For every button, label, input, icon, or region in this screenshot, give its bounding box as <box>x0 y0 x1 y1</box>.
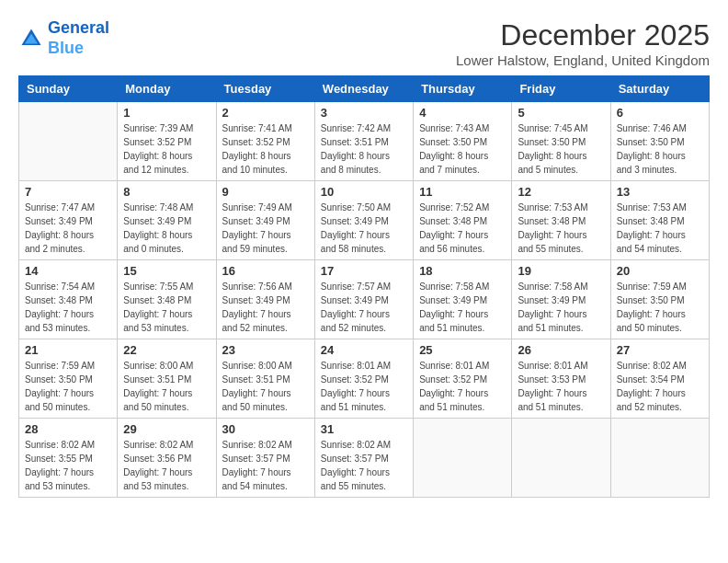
day-number: 1 <box>123 106 210 120</box>
day-number: 19 <box>518 264 604 278</box>
day-number: 30 <box>222 422 309 436</box>
title-area: December 2025 Lower Halstow, England, Un… <box>456 18 710 68</box>
day-info: Sunrise: 8:02 AMSunset: 3:57 PMDaylight:… <box>321 438 407 493</box>
calendar-cell: 10Sunrise: 7:50 AMSunset: 3:49 PMDayligh… <box>314 181 413 260</box>
calendar-cell: 17Sunrise: 7:57 AMSunset: 3:49 PMDayligh… <box>314 260 413 339</box>
day-number: 14 <box>25 264 111 278</box>
calendar-cell: 16Sunrise: 7:56 AMSunset: 3:49 PMDayligh… <box>216 260 314 339</box>
calendar-cell: 9Sunrise: 7:49 AMSunset: 3:49 PMDaylight… <box>216 181 314 260</box>
day-info: Sunrise: 7:39 AMSunset: 3:52 PMDaylight:… <box>123 121 210 177</box>
calendar-cell: 24Sunrise: 8:01 AMSunset: 3:52 PMDayligh… <box>314 339 413 419</box>
calendar-cell: 26Sunrise: 8:01 AMSunset: 3:53 PMDayligh… <box>512 339 610 419</box>
day-number: 11 <box>419 185 506 199</box>
day-info: Sunrise: 7:50 AMSunset: 3:49 PMDaylight:… <box>321 201 407 256</box>
day-info: Sunrise: 7:41 AMSunset: 3:52 PMDaylight:… <box>222 121 309 177</box>
logo-blue: Blue <box>48 39 109 59</box>
day-info: Sunrise: 7:53 AMSunset: 3:48 PMDaylight:… <box>617 201 703 256</box>
day-info: Sunrise: 7:58 AMSunset: 3:49 PMDaylight:… <box>419 280 506 335</box>
calendar-week-row: 7Sunrise: 7:47 AMSunset: 3:49 PMDaylight… <box>19 181 710 260</box>
weekday-header-friday: Friday <box>512 76 610 102</box>
calendar-cell: 22Sunrise: 8:00 AMSunset: 3:51 PMDayligh… <box>118 339 216 419</box>
calendar-cell: 2Sunrise: 7:41 AMSunset: 3:52 PMDaylight… <box>216 102 314 181</box>
calendar-table: SundayMondayTuesdayWednesdayThursdayFrid… <box>18 75 710 498</box>
calendar-cell: 5Sunrise: 7:45 AMSunset: 3:50 PMDaylight… <box>512 102 610 181</box>
day-info: Sunrise: 7:46 AMSunset: 3:50 PMDaylight:… <box>617 121 703 177</box>
calendar-cell <box>414 419 512 498</box>
calendar-cell: 25Sunrise: 8:01 AMSunset: 3:52 PMDayligh… <box>414 339 512 419</box>
day-info: Sunrise: 7:53 AMSunset: 3:48 PMDaylight:… <box>518 201 604 256</box>
calendar-cell: 15Sunrise: 7:55 AMSunset: 3:48 PMDayligh… <box>118 260 216 339</box>
day-number: 13 <box>617 185 703 199</box>
weekday-header-monday: Monday <box>118 76 216 102</box>
day-number: 27 <box>617 343 703 357</box>
calendar-cell: 12Sunrise: 7:53 AMSunset: 3:48 PMDayligh… <box>512 181 610 260</box>
calendar-cell: 29Sunrise: 8:02 AMSunset: 3:56 PMDayligh… <box>118 419 216 498</box>
day-info: Sunrise: 8:02 AMSunset: 3:57 PMDaylight:… <box>222 438 309 493</box>
day-number: 9 <box>222 185 309 199</box>
calendar-cell: 28Sunrise: 8:02 AMSunset: 3:55 PMDayligh… <box>19 419 118 498</box>
day-info: Sunrise: 7:52 AMSunset: 3:48 PMDaylight:… <box>419 201 506 256</box>
day-number: 7 <box>25 185 111 199</box>
day-info: Sunrise: 8:02 AMSunset: 3:54 PMDaylight:… <box>617 359 703 414</box>
logo: General Blue <box>18 18 109 58</box>
day-info: Sunrise: 8:01 AMSunset: 3:53 PMDaylight:… <box>518 359 604 414</box>
calendar-cell: 7Sunrise: 7:47 AMSunset: 3:49 PMDaylight… <box>19 181 118 260</box>
calendar-cell: 11Sunrise: 7:52 AMSunset: 3:48 PMDayligh… <box>414 181 512 260</box>
weekday-header-saturday: Saturday <box>610 76 709 102</box>
calendar-cell <box>512 419 610 498</box>
calendar-week-row: 28Sunrise: 8:02 AMSunset: 3:55 PMDayligh… <box>19 419 710 498</box>
day-info: Sunrise: 7:42 AMSunset: 3:51 PMDaylight:… <box>321 121 407 177</box>
day-number: 26 <box>518 343 604 357</box>
logo-general: General <box>48 18 109 37</box>
calendar-cell: 20Sunrise: 7:59 AMSunset: 3:50 PMDayligh… <box>610 260 709 339</box>
calendar-cell: 4Sunrise: 7:43 AMSunset: 3:50 PMDaylight… <box>414 102 512 181</box>
calendar-cell <box>19 102 118 181</box>
calendar-cell: 21Sunrise: 7:59 AMSunset: 3:50 PMDayligh… <box>19 339 118 419</box>
day-number: 8 <box>123 185 210 199</box>
calendar-cell: 14Sunrise: 7:54 AMSunset: 3:48 PMDayligh… <box>19 260 118 339</box>
calendar-cell: 23Sunrise: 8:00 AMSunset: 3:51 PMDayligh… <box>216 339 314 419</box>
day-number: 22 <box>123 343 210 357</box>
calendar-cell: 13Sunrise: 7:53 AMSunset: 3:48 PMDayligh… <box>610 181 709 260</box>
day-number: 17 <box>321 264 407 278</box>
weekday-header-tuesday: Tuesday <box>216 76 314 102</box>
day-number: 4 <box>419 106 506 120</box>
day-info: Sunrise: 7:43 AMSunset: 3:50 PMDaylight:… <box>419 121 506 177</box>
location-subtitle: Lower Halstow, England, United Kingdom <box>456 52 710 68</box>
calendar-header-row: SundayMondayTuesdayWednesdayThursdayFrid… <box>19 76 710 102</box>
day-number: 18 <box>419 264 506 278</box>
calendar-cell: 31Sunrise: 8:02 AMSunset: 3:57 PMDayligh… <box>314 419 413 498</box>
calendar-cell: 3Sunrise: 7:42 AMSunset: 3:51 PMDaylight… <box>314 102 413 181</box>
calendar-week-row: 1Sunrise: 7:39 AMSunset: 3:52 PMDaylight… <box>19 102 710 181</box>
calendar-cell: 6Sunrise: 7:46 AMSunset: 3:50 PMDaylight… <box>610 102 709 181</box>
day-info: Sunrise: 7:59 AMSunset: 3:50 PMDaylight:… <box>25 359 111 414</box>
calendar-cell: 27Sunrise: 8:02 AMSunset: 3:54 PMDayligh… <box>610 339 709 419</box>
day-number: 3 <box>321 106 407 120</box>
day-number: 21 <box>25 343 111 357</box>
header: General Blue December 2025 Lower Halstow… <box>18 18 710 68</box>
day-number: 6 <box>617 106 703 120</box>
day-info: Sunrise: 7:59 AMSunset: 3:50 PMDaylight:… <box>617 280 703 335</box>
day-number: 20 <box>617 264 703 278</box>
logo-icon <box>18 26 44 52</box>
day-info: Sunrise: 7:56 AMSunset: 3:49 PMDaylight:… <box>222 280 309 335</box>
calendar-cell: 1Sunrise: 7:39 AMSunset: 3:52 PMDaylight… <box>118 102 216 181</box>
day-info: Sunrise: 7:58 AMSunset: 3:49 PMDaylight:… <box>518 280 604 335</box>
day-info: Sunrise: 7:54 AMSunset: 3:48 PMDaylight:… <box>25 280 111 335</box>
day-number: 2 <box>222 106 309 120</box>
day-info: Sunrise: 7:45 AMSunset: 3:50 PMDaylight:… <box>518 121 604 177</box>
day-number: 29 <box>123 422 210 436</box>
day-number: 25 <box>419 343 506 357</box>
calendar-week-row: 21Sunrise: 7:59 AMSunset: 3:50 PMDayligh… <box>19 339 710 419</box>
day-number: 28 <box>25 422 111 436</box>
day-number: 23 <box>222 343 309 357</box>
calendar-cell: 18Sunrise: 7:58 AMSunset: 3:49 PMDayligh… <box>414 260 512 339</box>
day-info: Sunrise: 8:00 AMSunset: 3:51 PMDaylight:… <box>123 359 210 414</box>
weekday-header-thursday: Thursday <box>414 76 512 102</box>
day-info: Sunrise: 7:55 AMSunset: 3:48 PMDaylight:… <box>123 280 210 335</box>
day-number: 15 <box>123 264 210 278</box>
day-number: 24 <box>321 343 407 357</box>
day-info: Sunrise: 8:01 AMSunset: 3:52 PMDaylight:… <box>321 359 407 414</box>
calendar-cell: 8Sunrise: 7:48 AMSunset: 3:49 PMDaylight… <box>118 181 216 260</box>
day-info: Sunrise: 7:49 AMSunset: 3:49 PMDaylight:… <box>222 201 309 256</box>
